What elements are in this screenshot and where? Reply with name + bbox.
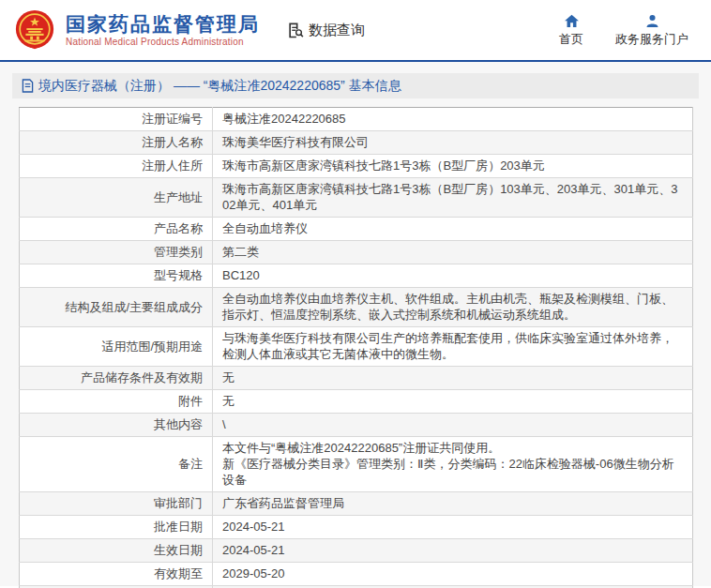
field-value: 第二类 <box>213 241 693 264</box>
field-value: 无 <box>213 367 693 390</box>
field-label: 注册人住所 <box>20 155 213 178</box>
field-value: \ <box>213 414 693 437</box>
national-emblem-icon <box>13 8 56 52</box>
nav-home-label: 首页 <box>559 32 583 47</box>
field-label: 批准日期 <box>20 516 213 539</box>
table-row: 生效日期2024-05-21 <box>20 539 693 563</box>
field-value: 无 <box>213 390 693 414</box>
field-label: 结构及组成/主要组成成分 <box>20 288 213 327</box>
agency-name-en: National Medical Products Administration <box>66 36 260 48</box>
data-query-tab[interactable]: 数据查询 <box>286 21 365 39</box>
table-row: 产品名称全自动血培养仪 <box>20 218 693 241</box>
breadcrumb: 境内医疗器械（注册） —— “粤械注准20242220685” 基本信息 <box>12 73 699 98</box>
table-row: 附件无 <box>20 390 693 414</box>
nav-gov-portal-label: 政务服务门户 <box>615 32 688 47</box>
field-value: 2024-05-21 <box>213 516 693 539</box>
field-label: 注册证编号 <box>20 108 213 131</box>
field-label: 其他内容 <box>20 414 213 437</box>
agency-logo-link[interactable]: 国家药品监督管理局 National Medical Products Admi… <box>13 8 260 52</box>
field-value: 珠海市高新区唐家湾镇科技七路1号3栋（B型厂房）103单元、203单元、301单… <box>213 178 693 218</box>
field-value: 广东省药品监督管理局 <box>213 492 693 516</box>
field-value: 2024-05-21 <box>213 539 693 563</box>
field-label: 注册人名称 <box>20 131 213 155</box>
agency-name: 国家药品监督管理局 National Medical Products Admi… <box>66 13 260 48</box>
registration-info-table-wrap: 注册证编号粤械注准20242220685注册人名称珠海美华医疗科技有限公司注册人… <box>19 107 693 588</box>
page-title: 境内医疗器械（注册） —— “粤械注准20242220685” 基本信息 <box>38 78 401 95</box>
field-value: 全自动血培养仪 <box>213 218 693 241</box>
registration-info-table: 注册证编号粤械注准20242220685注册人名称珠海美华医疗科技有限公司注册人… <box>19 107 693 588</box>
field-label: 生产地址 <box>20 178 213 218</box>
field-label: 附件 <box>20 390 213 414</box>
document-icon <box>22 79 34 93</box>
field-value: 本文件与“粤械注准20242220685”注册证共同使用。 新《医疗器械分类目录… <box>213 437 693 492</box>
main-content: 境内医疗器械（注册） —— “粤械注准20242220685” 基本信息 注册证… <box>0 62 711 586</box>
user-icon <box>644 13 660 29</box>
field-label: 生效日期 <box>20 539 213 563</box>
field-label: 型号规格 <box>20 264 213 288</box>
table-row: 审批部门广东省药品监督管理局 <box>20 492 693 516</box>
table-row: 注册人住所珠海市高新区唐家湾镇科技七路1号3栋（B型厂房）203单元 <box>20 155 693 178</box>
table-row: 注册证编号粤械注准20242220685 <box>20 108 693 131</box>
table-row: 批准日期2024-05-21 <box>20 516 693 539</box>
agency-name-zh: 国家药品监督管理局 <box>66 13 260 36</box>
table-row: 产品储存条件及有效期无 <box>20 367 693 390</box>
home-icon <box>564 13 580 29</box>
nav-home[interactable]: 首页 <box>559 13 583 47</box>
field-label: 产品储存条件及有效期 <box>20 367 213 390</box>
table-row: 备注本文件与“粤械注准20242220685”注册证共同使用。 新《医疗器械分类… <box>20 437 693 492</box>
field-label: 备注 <box>20 437 213 492</box>
nav-gov-portal[interactable]: 政务服务门户 <box>615 13 688 47</box>
table-row: 结构及组成/主要组成成分全自动血培养仪由血培养仪主机、软件组成。主机由机壳、瓶架… <box>20 288 693 327</box>
field-value: 珠海市高新区唐家湾镇科技七路1号3栋（B型厂房）203单元 <box>213 155 693 178</box>
document-search-icon <box>286 21 305 39</box>
table-row: 注册人名称珠海美华医疗科技有限公司 <box>20 131 693 155</box>
header-nav: 首页 政务服务门户 <box>559 13 698 47</box>
field-label: 有效期至 <box>20 563 213 586</box>
field-label: 适用范围/预期用途 <box>20 327 213 367</box>
table-row: 生产地址珠海市高新区唐家湾镇科技七路1号3栋（B型厂房）103单元、203单元、… <box>20 178 693 218</box>
field-label: 审批部门 <box>20 492 213 516</box>
table-row: 有效期至2029-05-20 <box>20 563 693 586</box>
table-row: 管理类别第二类 <box>20 241 693 264</box>
field-label: 产品名称 <box>20 218 213 241</box>
table-row: 适用范围/预期用途与珠海美华医疗科技有限公司生产的培养瓶配套使用，供临床实验室通… <box>20 327 693 367</box>
field-value: BC120 <box>213 264 693 288</box>
site-header: 国家药品监督管理局 National Medical Products Admi… <box>0 0 711 62</box>
table-row: 型号规格BC120 <box>20 264 693 288</box>
field-value: 与珠海美华医疗科技有限公司生产的培养瓶配套使用，供临床实验室通过体外培养，检测人… <box>213 327 693 367</box>
table-row: 其他内容\ <box>20 414 693 437</box>
field-value: 2029-05-20 <box>213 563 693 586</box>
field-value: 珠海美华医疗科技有限公司 <box>213 131 693 155</box>
field-value: 全自动血培养仪由血培养仪主机、软件组成。主机由机壳、瓶架及检测模组、门板、指示灯… <box>213 288 693 327</box>
field-value: 粤械注准20242220685 <box>213 108 693 131</box>
data-query-label: 数据查询 <box>309 22 365 39</box>
field-label: 管理类别 <box>20 241 213 264</box>
